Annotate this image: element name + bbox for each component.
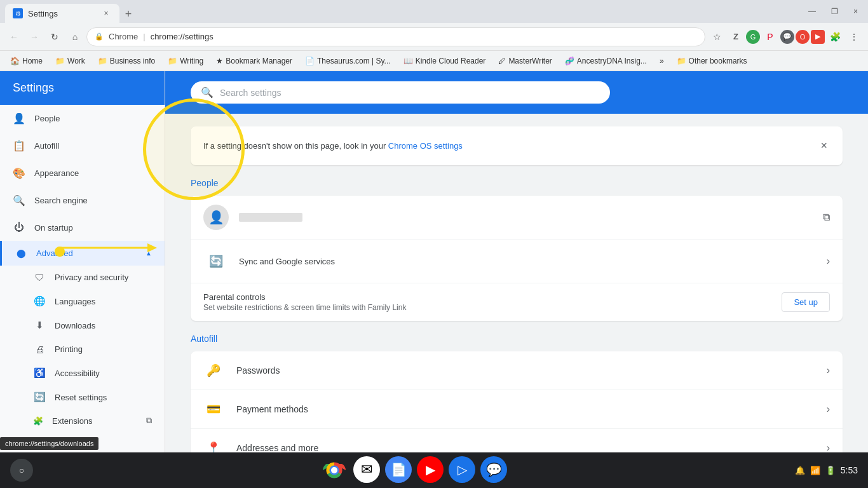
sync-icon-container: 🔄	[203, 248, 229, 274]
banner-text: If a setting doesn't show on this page, …	[203, 141, 818, 151]
sidebar-item-on-startup[interactable]: ⏻ On startup	[0, 214, 165, 241]
parental-title: Parental controls	[203, 292, 782, 302]
sidebar-item-reset[interactable]: 🔄 Reset settings	[0, 385, 165, 409]
passwords-icon: 🔑	[203, 360, 224, 381]
taskbar-docs-icon[interactable]: 📄	[385, 456, 412, 483]
refresh-button[interactable]: ↻	[46, 28, 64, 46]
payment-chevron-icon: ›	[827, 403, 830, 415]
taskbar-status: 🔔 📶 🔋 5:53	[795, 465, 858, 475]
active-tab[interactable]: ⚙ Settings ×	[5, 4, 119, 23]
bookmark-business[interactable]: 📁 Business info	[93, 55, 160, 67]
extension-chat-icon[interactable]: 💬	[780, 30, 794, 44]
sync-row[interactable]: 🔄 Sync and Google services ›	[191, 240, 843, 283]
home-button[interactable]: ⌂	[66, 28, 84, 46]
sidebar-item-people-label: People	[34, 114, 60, 123]
taskbar-messages-icon[interactable]: 💬	[480, 456, 507, 483]
wifi-icon: 📶	[810, 466, 820, 475]
bookmark-work-icon: 📁	[55, 57, 65, 65]
passwords-chevron-icon: ›	[827, 365, 830, 376]
printing-icon: 🖨	[33, 344, 46, 355]
url-text: chrome://settings	[151, 32, 214, 41]
sidebar-item-startup-label: On startup	[34, 223, 73, 233]
payment-icon: 💳	[203, 399, 224, 419]
passwords-row[interactable]: 🔑 Passwords ›	[191, 351, 843, 390]
sync-icon: 🔄	[209, 254, 223, 268]
tab-bar: ⚙ Settings × +	[5, 0, 801, 23]
sidebar-item-advanced[interactable]: ⬤ Advanced ▲	[0, 241, 165, 266]
bookmark-thesaurus[interactable]: 📄 Thesaurus.com | Sy...	[300, 55, 396, 67]
taskbar: ○ ✉	[0, 452, 868, 488]
extension-red-icon[interactable]: O	[796, 30, 810, 44]
payment-methods-row[interactable]: 💳 Payment methods ›	[191, 390, 843, 429]
sidebar-item-languages[interactable]: 🌐 Languages	[0, 289, 165, 313]
bookmark-kindle[interactable]: 📖 Kindle Cloud Reader	[398, 55, 491, 67]
tab-close-button[interactable]: ×	[100, 8, 112, 19]
bookmark-other[interactable]: 📁 Other bookmarks	[672, 55, 752, 67]
status-tooltip: chrome://settings/downloads	[0, 437, 98, 450]
address-bar[interactable]: 🔒 Chrome | chrome://settings	[86, 27, 705, 46]
close-button[interactable]: ×	[848, 4, 863, 18]
sidebar-item-search-engine[interactable]: 🔍 Search engine	[0, 187, 165, 214]
user-profile-row[interactable]: 👤 ⧉	[191, 196, 843, 240]
bookmark-work[interactable]: 📁 Work	[50, 55, 90, 67]
sidebar-downloads-label: Downloads	[55, 321, 95, 330]
sidebar-item-appearance[interactable]: 🎨 Appearance	[0, 159, 165, 187]
battery-icon: 🔋	[825, 466, 836, 475]
sidebar-item-privacy[interactable]: 🛡 Privacy and security	[0, 266, 165, 289]
search-bar[interactable]: 🔍 Search settings	[191, 81, 610, 104]
sidebar-item-people[interactable]: 👤 People	[0, 105, 165, 132]
bookmark-ancestry-label: AncestryDNA Insig...	[577, 57, 647, 65]
banner-close-button[interactable]: ×	[818, 137, 830, 155]
bookmark-masterwriter[interactable]: 🖊 MasterWriter	[493, 55, 557, 67]
extension-red2-icon[interactable]: ▶	[811, 30, 825, 44]
sync-chevron-icon: ›	[827, 255, 830, 267]
autofill-icon: 📋	[13, 140, 25, 152]
lock-icon: 🔒	[95, 32, 104, 41]
external-link-icon[interactable]: ⧉	[823, 212, 830, 223]
new-tab-button[interactable]: +	[119, 5, 137, 23]
sidebar-item-appearance-label: Appearance	[34, 168, 79, 178]
bookmark-home-icon: 🏠	[10, 57, 20, 65]
bookmark-ancestry-icon: 🧬	[565, 57, 574, 65]
sidebar-item-autofill[interactable]: 📋 Autofill	[0, 132, 165, 159]
sidebar-extensions-label: Extensions	[52, 416, 137, 426]
payment-label: Payment methods	[236, 404, 827, 414]
star-button[interactable]: ☆	[708, 28, 726, 46]
extension-z-icon[interactable]: Z	[727, 28, 745, 46]
taskbar-gmail-icon[interactable]: ✉	[353, 456, 380, 483]
minimize-button[interactable]: —	[803, 4, 821, 18]
sidebar-item-extensions[interactable]: 🧩 Extensions ⧉	[0, 409, 165, 432]
bookmark-more-label: »	[660, 57, 664, 65]
more-button[interactable]: ⋮	[845, 28, 863, 46]
bookmark-home[interactable]: 🏠 Home	[5, 55, 48, 67]
bookmark-writing[interactable]: 📁 Writing	[163, 55, 208, 67]
bookmark-ancestry[interactable]: 🧬 AncestryDNA Insig...	[560, 55, 652, 67]
reset-icon: 🔄	[33, 391, 46, 403]
autofill-section-title: Autofill	[191, 334, 843, 344]
back-button[interactable]: ←	[5, 28, 23, 46]
chrome-os-settings-link[interactable]: Chrome OS settings	[388, 141, 463, 151]
maximize-button[interactable]: ❐	[826, 4, 843, 18]
bookmark-more[interactable]: »	[654, 55, 669, 67]
bookmark-manager[interactable]: ★ Bookmark Manager	[211, 55, 297, 67]
sidebar-item-accessibility[interactable]: ♿ Accessibility	[0, 361, 165, 385]
taskbar-playstore-icon[interactable]: ▷	[449, 456, 475, 483]
bookmark-kindle-icon: 📖	[403, 57, 413, 65]
taskbar-home-button[interactable]: ○	[10, 459, 33, 482]
forward-button[interactable]: →	[25, 28, 43, 46]
extension-p-icon[interactable]: P	[761, 28, 779, 46]
extension-g-icon[interactable]: G	[746, 30, 760, 44]
bookmark-kindle-label: Kindle Cloud Reader	[416, 57, 486, 65]
accessibility-icon: ♿	[33, 367, 46, 379]
privacy-icon: 🛡	[33, 272, 46, 283]
extension-puzzle-icon[interactable]: 🧩	[826, 28, 844, 46]
sidebar-item-downloads[interactable]: ⬇ Downloads	[0, 313, 165, 337]
bookmark-manager-label: Bookmark Manager	[226, 57, 292, 65]
set-up-button[interactable]: Set up	[782, 292, 830, 312]
avatar-icon: 👤	[208, 210, 224, 225]
parental-content: Parental controls Set website restrictio…	[203, 292, 782, 312]
taskbar-chrome-icon[interactable]	[320, 456, 348, 484]
taskbar-youtube-icon[interactable]: ▶	[417, 456, 444, 483]
svg-point-8	[332, 468, 337, 473]
sidebar-item-printing[interactable]: 🖨 Printing	[0, 337, 165, 361]
